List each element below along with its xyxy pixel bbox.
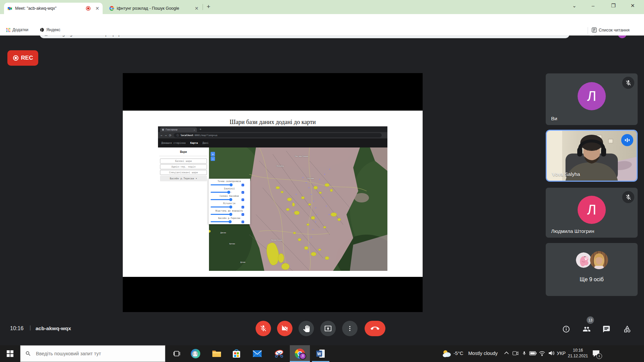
- start-button[interactable]: [0, 345, 20, 362]
- meeting-code: acb-akwq-wqx: [36, 325, 71, 331]
- taskbar-store-icon[interactable]: [231, 345, 241, 362]
- language-indicator[interactable]: УКР: [557, 351, 566, 356]
- chat-icon[interactable]: [602, 325, 610, 333]
- participant-tile-self[interactable]: Л Ви: [546, 73, 638, 125]
- app-body: Шари Базові шари Адмін-тер. поділ Спеціа…: [158, 147, 387, 271]
- tray-camera-icon[interactable]: [513, 351, 519, 356]
- embedded-toolbar: ← → ⟳ ⓘ localhost:8081/map?lang=ua: [158, 132, 387, 138]
- participant-count-badge: 13: [587, 316, 594, 324]
- weather-condition[interactable]: Mostly cloudy: [468, 351, 498, 356]
- bookmark-yandex[interactable]: Яндекс: [40, 27, 60, 32]
- bookmarks-bar: Додатки Яндекс Список читання: [0, 25, 644, 36]
- embedded-url-path: :8081/map?lang=ua: [193, 134, 217, 137]
- layer-opacity-slider: [211, 220, 232, 223]
- tab-search-chevron-icon[interactable]: ⌄: [572, 3, 577, 9]
- embedded-new-tab-icon: +: [200, 127, 201, 131]
- participant-tile-vova[interactable]: Vova Salyha: [546, 130, 638, 182]
- window-restore-button[interactable]: ❐: [611, 3, 615, 9]
- meeting-details-icon[interactable]: [562, 325, 570, 333]
- tab-close-icon[interactable]: ✕: [195, 6, 199, 11]
- map-label: Дулово: [240, 261, 245, 263]
- tray-battery-icon[interactable]: [529, 351, 537, 355]
- nav-data: Дані: [203, 141, 209, 144]
- nav-map: Карта: [190, 141, 198, 144]
- more-options-button[interactable]: [342, 321, 358, 336]
- participants-icon[interactable]: [582, 325, 591, 333]
- window-close-button[interactable]: ✕: [631, 3, 635, 9]
- end-call-button[interactable]: [365, 321, 385, 336]
- taskbar-explorer-icon[interactable]: [212, 345, 222, 362]
- button-admin-division: Адмін-тер. поділ: [160, 164, 207, 169]
- nav-home: Домашня сторінка: [161, 141, 185, 144]
- recording-badge: REC: [7, 50, 38, 66]
- taskbar-clock[interactable]: 10:16 21.12.2021: [568, 348, 588, 359]
- tab-meet[interactable]: Meet: "acb-akwq-wqx" ✕: [4, 3, 103, 14]
- embedded-info-icon: ⓘ: [176, 134, 179, 137]
- presented-slide: Шари бази даних додані до карти Геосерве…: [123, 73, 423, 312]
- screen: Meet: "acb-akwq-wqx" ✕ іфнтунг розклад -…: [0, 0, 644, 362]
- taskbar-edge-icon[interactable]: [191, 345, 201, 362]
- layer-checkbox: ✓: [241, 221, 244, 223]
- taskbar-mail-icon[interactable]: [252, 345, 262, 362]
- taskbar-search[interactable]: [20, 345, 165, 362]
- tab-google-search[interactable]: іфнтунг розклад - Пошук Google ✕: [106, 3, 202, 14]
- layer-row: Селеві басейни ✓: [209, 194, 250, 202]
- participant-tile-liudmyla[interactable]: Л Людмила Штогрин: [546, 188, 638, 238]
- browser-toolbar: ← → ⟳ meet.google.com/acb-akwq-wqx?pli=1…: [0, 14, 644, 25]
- embedded-forward-icon: →: [165, 134, 166, 137]
- layer-opacity-slider: [211, 213, 232, 216]
- speaking-indicator-icon: [621, 134, 633, 146]
- button-special-layers: Спеціалізовані шари: [160, 170, 207, 175]
- search-input[interactable]: [35, 351, 157, 357]
- avatar: Л: [578, 82, 606, 110]
- map-label: Драгово: [220, 232, 226, 233]
- taskbar-snipping-icon[interactable]: [274, 345, 284, 362]
- tab-close-icon[interactable]: ✕: [95, 6, 99, 11]
- layer-name: Літологія: [209, 202, 250, 205]
- mic-toggle-button[interactable]: [256, 321, 271, 336]
- notification-count-badge: 1: [596, 353, 602, 359]
- tab-recording-icon: [86, 6, 91, 11]
- avatar-woman: [590, 251, 608, 269]
- embedded-tab-strip: Геосервер ✕ +: [158, 126, 387, 132]
- weather-icon[interactable]: [442, 349, 451, 358]
- new-tab-button[interactable]: +: [207, 3, 210, 10]
- clock-time: 10:16: [568, 348, 588, 353]
- action-center-icon[interactable]: 1: [592, 350, 600, 357]
- map-label: Велика Уголька: [271, 239, 282, 241]
- reading-list[interactable]: Список читання: [592, 27, 630, 33]
- layer-opacity-slider: [211, 183, 232, 186]
- weather-temp[interactable]: -5°C: [453, 351, 463, 356]
- browser-tab-strip: Meet: "acb-akwq-wqx" ✕ іфнтунг розклад -…: [0, 0, 644, 14]
- map-label: Кричово: [229, 243, 235, 245]
- tray-expand-chevron-icon[interactable]: [504, 351, 509, 355]
- layer-opacity-slider: [211, 191, 232, 194]
- tray-volume-icon[interactable]: [548, 350, 555, 356]
- mic-off-icon: [622, 77, 634, 89]
- task-view-button[interactable]: [169, 345, 184, 362]
- tray-mic-icon[interactable]: [522, 350, 527, 357]
- activities-icon[interactable]: [623, 325, 631, 333]
- taskbar-word-icon[interactable]: W: [311, 345, 330, 362]
- slide-page: Шари бази даних додані до карти Геосерве…: [123, 111, 423, 277]
- embedded-back-icon: ←: [161, 134, 162, 137]
- window-minimize-button[interactable]: –: [592, 3, 594, 8]
- tab-title: Meet: "acb-akwq-wqx": [15, 6, 57, 11]
- avatar-dino: [576, 252, 591, 268]
- participant-tile-others[interactable]: Ще 9 осіб: [546, 243, 638, 296]
- layer-row: Точки селепроявів ✓: [209, 180, 250, 187]
- raise-hand-button[interactable]: [299, 321, 314, 336]
- layer-name: Відстань до вододілу: [209, 209, 250, 212]
- mic-off-icon: [622, 191, 634, 203]
- google-favicon-icon: [109, 6, 114, 11]
- layer-checkbox: ✓: [241, 206, 244, 208]
- tray-wifi-icon[interactable]: [539, 351, 545, 356]
- taskbar-chrome-icon[interactable]: Л: [290, 345, 310, 362]
- layer-checkbox: ✓: [241, 191, 244, 194]
- layer-checkbox: ✓: [241, 184, 244, 186]
- meet-clock: 10:16: [10, 325, 23, 331]
- bookmark-apps[interactable]: Додатки: [6, 27, 28, 32]
- layer-row: Басейн р.Тересви ✓: [209, 217, 250, 224]
- camera-toggle-button[interactable]: [277, 321, 292, 336]
- present-screen-button[interactable]: [320, 321, 336, 336]
